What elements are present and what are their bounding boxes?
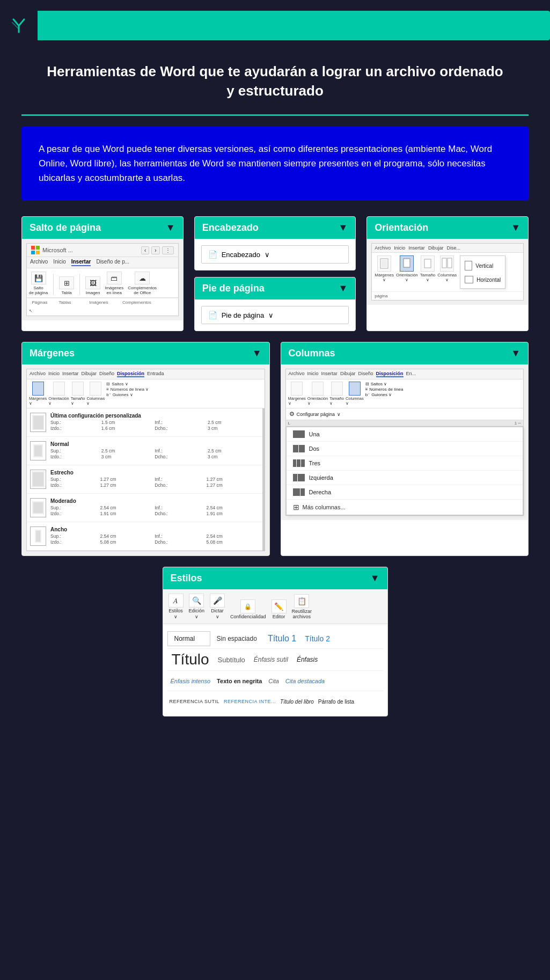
- estilo-enfasis-sutil[interactable]: Énfasis sutil: [250, 653, 292, 667]
- col-izquierda-label: Izquierda: [309, 474, 333, 481]
- est-edicion-label: Edición: [189, 608, 205, 613]
- ribbon-insertar[interactable]: Insertar: [71, 259, 91, 266]
- encabezado-btn-label: Encabezado: [222, 251, 260, 259]
- margen-estrecho[interactable]: Estrecho Sup.: 1.27 cm Inf.: 1.27 cm Izd…: [27, 465, 262, 494]
- estilo-titulo1[interactable]: Título 1: [263, 631, 300, 647]
- mr-archivo[interactable]: Archivo: [30, 371, 46, 377]
- estilo-parrafo[interactable]: Párrafo de lista: [316, 697, 356, 707]
- estilo-enfasis[interactable]: Énfasis: [292, 653, 322, 667]
- page-label: página: [372, 291, 523, 300]
- cursor-indicator: ↖: [29, 309, 33, 313]
- ultima-dcho-label: Dcho.:: [155, 426, 206, 431]
- mr-diseno[interactable]: Diseño: [99, 371, 114, 377]
- mr-entrada[interactable]: Entrada: [147, 371, 164, 377]
- or-tool-margenes: Márgenes ∨: [375, 255, 394, 282]
- salto-pagina-header: Salto de página ▼: [22, 217, 183, 239]
- col-archivo[interactable]: Archivo: [289, 371, 305, 377]
- col-disposicion[interactable]: Disposición: [376, 371, 404, 377]
- complementos-label: Complementosde Office: [128, 286, 157, 295]
- ribbon-diseno[interactable]: Diseño de p...: [96, 259, 129, 266]
- col-una-preview: [293, 430, 305, 438]
- col-dibujar[interactable]: Dibujar: [340, 371, 356, 377]
- mr-disposicion[interactable]: Disposición: [117, 371, 144, 377]
- mas-col-label: Más columnas...: [303, 504, 346, 510]
- or-inicio[interactable]: Inicio: [394, 245, 405, 251]
- estilo-subtitulo[interactable]: Subtítulo: [214, 653, 250, 667]
- estilo-titulo2[interactable]: Título 2: [300, 631, 334, 646]
- col-option-dos[interactable]: Dos: [287, 442, 523, 456]
- encabezado-doc-icon: 📄: [208, 250, 217, 259]
- config-label: Configurar página: [297, 412, 335, 417]
- ruler-left: L: [288, 421, 290, 426]
- col-option-una[interactable]: Una: [287, 427, 523, 442]
- col-option-derecha[interactable]: Derecha: [287, 485, 523, 500]
- brand-logo: [8, 15, 30, 36]
- normal-inf-label: Inf.:: [155, 448, 206, 454]
- estilo-cita[interactable]: Cita: [265, 676, 282, 686]
- col-numeros-icon: ≡: [365, 387, 368, 392]
- margen-moderado-details: Sup.: 2.54 cm Inf.: 2.54 cm Izdo.: 1.91 …: [50, 505, 259, 516]
- or-orientacion-label: Orientación: [396, 273, 418, 277]
- word-logo: Microsoft ...: [31, 246, 73, 254]
- ultima-dcho-val: 3 cm: [208, 426, 259, 431]
- nav-back[interactable]: ‹: [141, 246, 149, 254]
- or-insertar[interactable]: Insertar: [408, 245, 425, 251]
- margen-moderado[interactable]: Moderado Sup.: 2.54 cm Inf.: 2.54 cm Izd…: [27, 494, 262, 522]
- or-archivo[interactable]: Archivo: [375, 245, 391, 251]
- mr-inicio[interactable]: Inicio: [48, 371, 60, 377]
- margen-ancho-preview: [30, 526, 46, 546]
- col-diseno[interactable]: Diseño: [358, 371, 373, 377]
- margen-ultima-name: Última configuración personalizada: [50, 413, 259, 419]
- ct-margenes-label: Márgenes∨: [288, 396, 306, 406]
- pie-pagina-button[interactable]: 📄 Pie de página ∨: [201, 306, 349, 324]
- col-inicio[interactable]: Inicio: [307, 371, 319, 377]
- mr-dibujar[interactable]: Dibujar: [82, 371, 97, 377]
- col-option-mas[interactable]: ⊞ Más columnas...: [287, 500, 523, 515]
- ribbon-archivo[interactable]: Archivo: [30, 259, 48, 266]
- estilo-ref-int[interactable]: REFERENCIA INTE...: [222, 697, 278, 706]
- estilo-sin-espaciado[interactable]: Sin espaciado: [210, 632, 263, 646]
- orientacion-card: Orientación ▼ Archivo Inicio Insertar Di…: [366, 216, 529, 331]
- margen-ancho[interactable]: Ancho Sup.: 2.54 cm Inf.: 2.54 cm Izdo.:…: [27, 522, 262, 551]
- estilo-titulo-big[interactable]: Título: [167, 649, 214, 670]
- col-option-izquierda[interactable]: Izquierda: [287, 471, 523, 485]
- estilo-cita-destacada[interactable]: Cita destacada: [282, 676, 328, 686]
- est-tool-dictar: 🎤 Dictar ∨: [210, 594, 225, 619]
- encabezado-body: 📄 Encabezado ∨: [195, 239, 356, 270]
- estilo-titulo-libro[interactable]: Título del libro: [278, 697, 316, 707]
- option-horizontal[interactable]: Horizontal: [460, 273, 505, 286]
- col-option-tres[interactable]: Tres: [287, 456, 523, 471]
- col-derecha-preview: [293, 488, 305, 496]
- or-dibujar[interactable]: Dibujar: [428, 245, 444, 251]
- col-insertar[interactable]: Insertar: [321, 371, 338, 377]
- option-vertical[interactable]: Vertical: [460, 258, 505, 273]
- estilo-enfasis-intenso[interactable]: Énfasis intenso: [167, 676, 214, 686]
- estilo-negrita[interactable]: Texto en negrita: [214, 676, 265, 686]
- col-en[interactable]: En...: [406, 371, 416, 377]
- orientacion-ribbon: Archivo Inicio Insertar Dibujar Dise...: [372, 244, 523, 253]
- col-numeros-label: Números de línea: [369, 387, 403, 392]
- nav-menu[interactable]: ⋮: [162, 246, 174, 254]
- margen-normal[interactable]: Normal Sup.: 2.5 cm Inf.: 2.5 cm Izdo.: …: [27, 437, 262, 465]
- or-dise[interactable]: Dise...: [446, 245, 460, 251]
- separator2: [79, 274, 80, 295]
- estilo-ref-sutil[interactable]: REFERENCIA SUTIL: [167, 697, 222, 706]
- mr-insertar[interactable]: Insertar: [62, 371, 79, 377]
- encabezado-button[interactable]: 📄 Encabezado ∨: [201, 245, 349, 264]
- page-title: Herramientas de Word que te ayudarán a l…: [43, 62, 507, 101]
- pie-pagina-body: 📄 Pie de página ∨: [195, 299, 356, 331]
- columnas-header: Columnas ▼: [281, 342, 529, 364]
- nav-forward[interactable]: ›: [151, 246, 159, 254]
- margen-normal-info: Normal Sup.: 2.5 cm Inf.: 2.5 cm Izdo.: …: [50, 441, 259, 459]
- estilo-normal[interactable]: Normal: [167, 631, 210, 646]
- margen-ancho-info: Ancho Sup.: 2.54 cm Inf.: 2.54 cm Izdo.:…: [50, 526, 259, 545]
- estrecho-izdo-val: 1.27 cm: [100, 482, 152, 488]
- orientacion-title: Orientación: [375, 222, 428, 233]
- ribbon-inicio[interactable]: Inicio: [53, 259, 65, 266]
- margen-moderado-preview: [30, 498, 46, 517]
- section-labels-row: Páginas Tablas Imágenes Complementos: [27, 298, 178, 306]
- separator1: [53, 274, 54, 295]
- margen-moderado-name: Moderado: [50, 498, 259, 504]
- config-arrow: ∨: [337, 412, 341, 417]
- margen-ultima[interactable]: Última configuración personalizada Sup.:…: [27, 408, 262, 437]
